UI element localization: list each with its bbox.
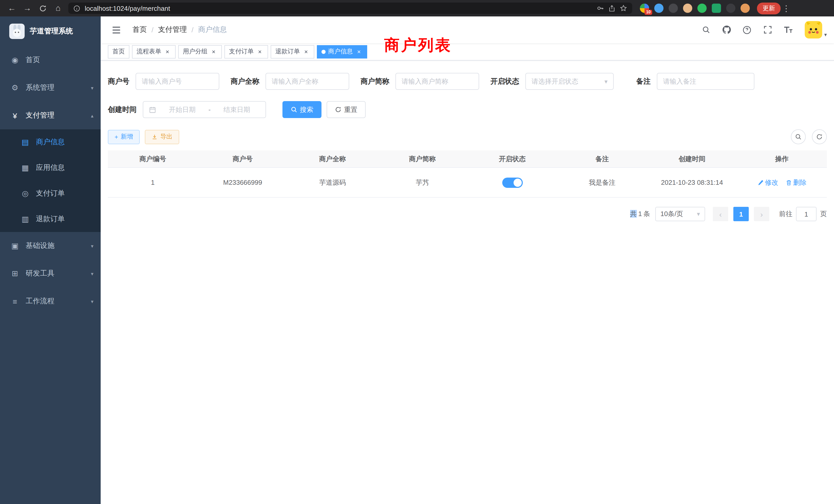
close-icon[interactable]: × <box>164 48 171 55</box>
hamburger-icon[interactable] <box>108 21 125 39</box>
tab-label: 流程表单 <box>137 47 161 56</box>
prev-page-button[interactable]: ‹ <box>713 207 728 221</box>
close-icon[interactable]: × <box>355 48 363 55</box>
browser-home-icon[interactable]: ⌂ <box>50 1 66 16</box>
close-icon[interactable]: × <box>210 48 217 55</box>
sidebar-item-pay[interactable]: ¥ 支付管理 ▴ <box>0 101 101 129</box>
breadcrumb-item[interactable]: 首页 <box>132 25 147 35</box>
close-icon[interactable]: × <box>303 48 310 55</box>
short-name-input[interactable] <box>395 73 479 90</box>
font-size-icon[interactable] <box>780 22 796 38</box>
status-select[interactable]: 请选择开启状态 ▾ <box>525 73 614 90</box>
extension-drop-icon[interactable] <box>654 4 663 13</box>
edit-link[interactable]: 修改 <box>757 178 778 187</box>
user-avatar[interactable] <box>805 21 822 39</box>
full-name-input-field[interactable] <box>272 77 343 85</box>
sidebar-item-label: 支付管理 <box>26 111 85 120</box>
tab-refund-order[interactable]: 退款订单 × <box>271 45 314 58</box>
fullscreen-icon[interactable] <box>760 22 776 38</box>
password-key-icon[interactable] <box>597 5 604 12</box>
breadcrumb-separator: / <box>152 26 154 34</box>
cell-short-name: 芋艿 <box>377 178 467 187</box>
delete-link[interactable]: 删除 <box>786 178 807 187</box>
extension-dark-circle-icon[interactable] <box>668 4 678 13</box>
sidebar-item-app-info[interactable]: ▦ 应用信息 <box>0 155 101 181</box>
page-number-button[interactable]: 1 <box>733 207 749 221</box>
filter-full-name: 商户全称 <box>231 73 349 90</box>
sidebar-item-system[interactable]: ⚙ 系统管理 ▾ <box>0 74 101 101</box>
extension-avatar-icon[interactable] <box>683 4 692 13</box>
sidebar-item-workflow[interactable]: ≡ 工作流程 ▾ <box>0 288 101 315</box>
full-name-input[interactable] <box>265 73 349 90</box>
sidebar-item-infra[interactable]: ▣ 基础设施 ▾ <box>0 232 101 260</box>
add-button[interactable]: + 新增 <box>108 130 140 144</box>
merchant-no-input[interactable] <box>136 73 219 90</box>
tab-label: 商户信息 <box>328 47 353 56</box>
end-date-input[interactable] <box>214 106 260 113</box>
start-date-input[interactable] <box>159 106 205 113</box>
logo-avatar <box>9 24 25 39</box>
sidebar-item-home[interactable]: ◉ 首页 <box>0 46 101 74</box>
bookmark-star-icon[interactable] <box>620 5 627 12</box>
browser-menu-icon[interactable]: ⋮ <box>781 1 792 16</box>
breadcrumb-item-current: 商户信息 <box>198 25 227 35</box>
reset-button[interactable]: 重置 <box>327 101 366 118</box>
sidebar-item-refund-order[interactable]: ▥ 退款订单 <box>0 206 101 232</box>
sidebar-item-devtools[interactable]: ⊞ 研发工具 ▾ <box>0 260 101 288</box>
extension-green-circle-icon[interactable] <box>697 4 707 13</box>
address-bar[interactable]: localhost:1024/pay/merchant <box>68 3 632 14</box>
status-toggle[interactable] <box>502 177 523 188</box>
next-page-button[interactable]: › <box>754 207 769 221</box>
help-icon[interactable] <box>739 22 755 38</box>
refresh-icon[interactable] <box>812 129 827 144</box>
search-icon[interactable] <box>698 22 714 38</box>
app-logo[interactable]: 芋道管理系统 <box>0 17 101 46</box>
tab-process-form[interactable]: 流程表单 × <box>132 45 176 58</box>
browser-reload-icon[interactable] <box>35 1 50 16</box>
breadcrumb-item[interactable]: 支付管理 <box>158 25 187 35</box>
share-icon[interactable] <box>609 5 615 12</box>
export-button[interactable]: 导出 <box>145 130 179 144</box>
date-range-picker[interactable]: - <box>143 101 266 118</box>
user-menu[interactable]: ▾ <box>805 21 827 39</box>
browser-back-icon[interactable]: ← <box>4 1 20 16</box>
extension-pin-icon[interactable] <box>726 4 736 13</box>
remark-input-field[interactable] <box>663 77 748 85</box>
breadcrumb-separator: / <box>192 26 194 34</box>
workflow-icon: ≡ <box>10 297 20 306</box>
filter-status: 开启状态 请选择开启状态 ▾ <box>490 73 614 90</box>
extension-green-square-icon[interactable] <box>712 4 721 13</box>
tab-pay-order[interactable]: 支付订单 × <box>224 45 268 58</box>
browser-toolbar: ← → ⌂ localhost:1024/pay/merchant 10 <box>0 0 834 17</box>
tab-merchant-info[interactable]: 商户信息 × <box>317 45 367 58</box>
merchant-no-input-field[interactable] <box>142 77 213 85</box>
short-name-input-field[interactable] <box>401 77 473 85</box>
toggle-search-icon[interactable] <box>791 129 806 144</box>
field-label: 商户简称 <box>360 77 389 86</box>
edit-link-label: 修改 <box>765 178 778 187</box>
page-size-select[interactable]: 10条/页 ▾ <box>655 207 705 221</box>
tab-user-group[interactable]: 用户分组 × <box>178 45 222 58</box>
chevron-down-icon: ▾ <box>91 85 93 91</box>
tab-home[interactable]: 首页 <box>108 45 129 58</box>
total-count: 1 <box>638 210 642 217</box>
goto-page-input[interactable] <box>796 207 816 221</box>
close-icon[interactable]: × <box>256 48 263 55</box>
extensions-puzzle-icon[interactable]: 10 <box>640 4 649 13</box>
site-info-icon[interactable] <box>73 5 80 12</box>
column-header: 开启状态 <box>467 154 557 163</box>
remark-input[interactable] <box>657 73 754 90</box>
merchant-table: 商户编号 商户号 商户全称 商户简称 开启状态 备注 创建时间 操作 1 M23… <box>108 151 827 198</box>
chevron-down-icon: ▾ <box>824 32 827 39</box>
search-button[interactable]: 搜索 <box>282 101 322 118</box>
browser-forward-icon[interactable]: → <box>20 1 35 16</box>
calendar-icon <box>149 106 156 113</box>
url-text[interactable]: localhost:1024/pay/merchant <box>85 4 592 12</box>
sidebar-item-merchant-info[interactable]: ▤ 商户信息 <box>0 129 101 155</box>
github-icon[interactable] <box>719 22 735 38</box>
sidebar-item-label: 退款订单 <box>36 214 93 224</box>
sidebar-item-pay-order[interactable]: ◎ 支付订单 <box>0 181 101 206</box>
table-toolbar: + 新增 导出 <box>108 129 827 144</box>
chrome-update-button[interactable]: 更新 <box>757 2 781 14</box>
profile-avatar-icon[interactable] <box>741 4 750 13</box>
